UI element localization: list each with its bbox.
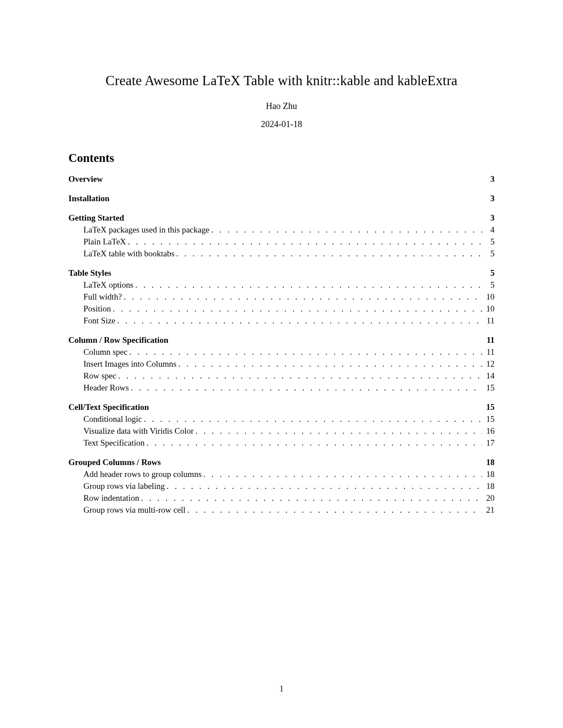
toc-section-entry[interactable]: Getting Started3 bbox=[68, 214, 495, 222]
toc-entry-label: Conditional logic bbox=[83, 415, 142, 423]
toc-leader-dots bbox=[139, 494, 482, 502]
toc-leader-dots bbox=[126, 237, 482, 246]
toc-subsection-entry[interactable]: Add header rows to group columns18 bbox=[68, 470, 495, 478]
toc-section-entry[interactable]: Overview3 bbox=[68, 175, 495, 183]
toc-leader-dots bbox=[202, 470, 482, 478]
toc-entry-label: Row spec bbox=[83, 372, 116, 380]
toc-entry-label: Insert Images into Columns bbox=[83, 360, 177, 368]
toc-entry-label: Add header rows to group columns bbox=[83, 470, 202, 478]
toc-entry-label: Cell/Text Specification bbox=[68, 403, 149, 411]
toc-leader-dots bbox=[174, 249, 482, 258]
toc-entry-page: 3 bbox=[482, 214, 495, 222]
toc-entry-label: Getting Started bbox=[68, 214, 124, 222]
toc-entry-page: 4 bbox=[482, 225, 495, 234]
toc-entry-page: 15 bbox=[482, 403, 495, 411]
toc-entry-label: Grouped Columns / Rows bbox=[68, 458, 161, 466]
toc-entry-page: 10 bbox=[482, 304, 495, 313]
toc-subsection-entry[interactable]: Group rows via multi-row cell21 bbox=[68, 506, 495, 514]
toc-entry-page: 3 bbox=[482, 194, 495, 203]
toc-leader-dots bbox=[116, 372, 482, 380]
toc-entry-page: 21 bbox=[482, 506, 495, 514]
contents-heading: Contents bbox=[68, 151, 495, 165]
document-author: Hao Zhu bbox=[68, 101, 495, 111]
toc-entry-label: Text Specification bbox=[83, 439, 144, 447]
toc-entry-label: Visualize data with Viridis Color bbox=[83, 427, 194, 435]
toc-subsection-entry[interactable]: Position10 bbox=[68, 304, 495, 313]
toc-entry-page: 3 bbox=[482, 175, 495, 183]
toc-subsection-entry[interactable]: Group rows via labeling18 bbox=[68, 482, 495, 490]
toc-entry-label: Full width? bbox=[83, 293, 122, 301]
toc-subsection-entry[interactable]: Conditional logic15 bbox=[68, 415, 495, 423]
toc-leader-dots bbox=[177, 360, 482, 368]
toc-entry-label: Position bbox=[83, 304, 111, 313]
toc-section-entry[interactable]: Grouped Columns / Rows18 bbox=[68, 458, 495, 466]
toc-entry-page: 16 bbox=[482, 427, 495, 435]
toc-entry-page: 5 bbox=[482, 281, 495, 289]
toc-entry-label: Installation bbox=[68, 194, 110, 203]
toc-subsection-entry[interactable]: Header Rows15 bbox=[68, 383, 495, 392]
toc-entry-page: 5 bbox=[482, 249, 495, 258]
toc-entry-label: Overview bbox=[68, 175, 103, 183]
toc-entry-page: 11 bbox=[482, 336, 495, 344]
toc-subsection-entry[interactable]: Font Size11 bbox=[68, 316, 495, 325]
toc-entry-page: 12 bbox=[482, 360, 495, 368]
toc-entry-label: LaTeX table with booktabs bbox=[83, 249, 174, 258]
toc-subsection-entry[interactable]: LaTeX packages used in this package4 bbox=[68, 225, 495, 234]
document-date: 2024-01-18 bbox=[68, 119, 495, 129]
toc-section-entry[interactable]: Table Styles5 bbox=[68, 269, 495, 277]
toc-entry-label: LaTeX packages used in this package bbox=[83, 225, 209, 234]
toc-leader-dots bbox=[129, 383, 482, 392]
toc-leader-dots bbox=[111, 304, 482, 313]
toc-subsection-entry[interactable]: Insert Images into Columns12 bbox=[68, 360, 495, 368]
toc-entry-page: 20 bbox=[482, 494, 495, 502]
toc-entry-label: Column spec bbox=[83, 348, 128, 356]
toc-entry-label: Group rows via multi-row cell bbox=[83, 506, 185, 514]
toc-entry-page: 5 bbox=[482, 269, 495, 277]
toc-entry-label: Header Rows bbox=[83, 383, 129, 392]
toc-leader-dots bbox=[185, 506, 482, 514]
toc-leader-dots bbox=[133, 281, 482, 289]
toc-leader-dots bbox=[209, 225, 482, 234]
toc-subsection-entry[interactable]: Plain LaTeX5 bbox=[68, 237, 495, 246]
toc-entry-page: 14 bbox=[482, 372, 495, 380]
document-page: Create Awesome LaTeX Table with knitr::k… bbox=[0, 0, 563, 514]
toc-subsection-entry[interactable]: Row spec14 bbox=[68, 372, 495, 380]
document-title: Create Awesome LaTeX Table with knitr::k… bbox=[68, 73, 495, 89]
toc-subsection-entry[interactable]: Text Specification17 bbox=[68, 439, 495, 447]
toc-entry-label: Table Styles bbox=[68, 269, 111, 277]
toc-leader-dots bbox=[165, 482, 482, 490]
toc-entry-label: Plain LaTeX bbox=[83, 237, 126, 246]
toc-entry-label: Group rows via labeling bbox=[83, 482, 165, 490]
toc-leader-dots bbox=[194, 427, 482, 435]
toc-subsection-entry[interactable]: LaTeX options5 bbox=[68, 281, 495, 289]
toc-entry-page: 15 bbox=[482, 383, 495, 392]
toc-entry-page: 18 bbox=[482, 482, 495, 490]
toc-entry-page: 18 bbox=[482, 458, 495, 466]
toc-subsection-entry[interactable]: Row indentation20 bbox=[68, 494, 495, 502]
toc-entry-label: Column / Row Specification bbox=[68, 336, 168, 344]
page-number: 1 bbox=[0, 684, 563, 694]
table-of-contents: Overview3Installation3Getting Started3La… bbox=[68, 175, 495, 514]
toc-entry-page: 17 bbox=[482, 439, 495, 447]
toc-entry-page: 11 bbox=[482, 316, 495, 325]
toc-subsection-entry[interactable]: Full width?10 bbox=[68, 293, 495, 301]
toc-section-entry[interactable]: Cell/Text Specification15 bbox=[68, 403, 495, 411]
toc-entry-label: LaTeX options bbox=[83, 281, 133, 289]
toc-subsection-entry[interactable]: Visualize data with Viridis Color16 bbox=[68, 427, 495, 435]
toc-leader-dots bbox=[128, 348, 482, 356]
toc-leader-dots bbox=[122, 293, 482, 301]
toc-entry-page: 10 bbox=[482, 293, 495, 301]
toc-entry-page: 11 bbox=[482, 348, 495, 356]
toc-leader-dots bbox=[144, 439, 482, 447]
toc-subsection-entry[interactable]: Column spec11 bbox=[68, 348, 495, 356]
toc-entry-label: Row indentation bbox=[83, 494, 139, 502]
toc-entry-page: 15 bbox=[482, 415, 495, 423]
toc-section-entry[interactable]: Column / Row Specification11 bbox=[68, 336, 495, 344]
toc-entry-label: Font Size bbox=[83, 316, 115, 325]
toc-section-entry[interactable]: Installation3 bbox=[68, 194, 495, 203]
toc-subsection-entry[interactable]: LaTeX table with booktabs5 bbox=[68, 249, 495, 258]
toc-leader-dots bbox=[142, 415, 482, 423]
toc-leader-dots bbox=[115, 316, 482, 325]
toc-entry-page: 18 bbox=[482, 470, 495, 478]
toc-entry-page: 5 bbox=[482, 237, 495, 246]
